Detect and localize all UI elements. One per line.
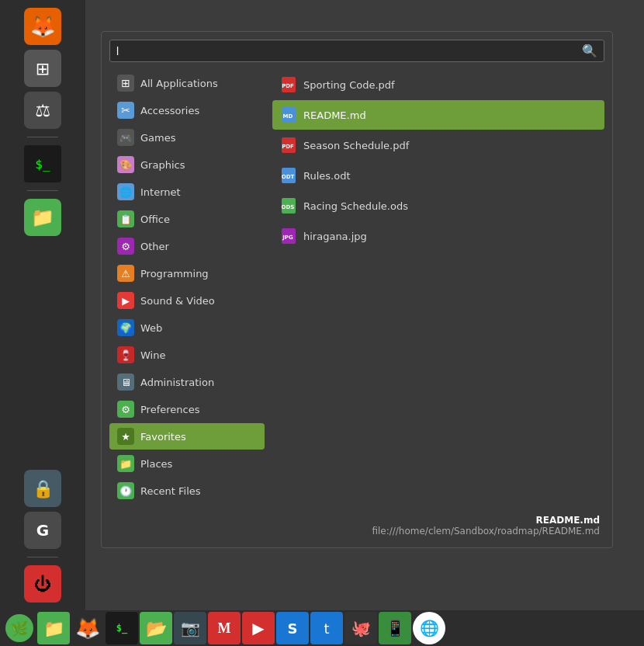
file-item-readme[interactable]: MD README.md [272, 100, 604, 130]
programming-label: Programming [140, 268, 209, 280]
menu-popup: 🔍 ⊞ All Applications ✂ Accessories 🎮 Gam… [101, 31, 613, 548]
taskbar-mint-button[interactable]: 🌿 [3, 612, 36, 644]
status-filepath: file:///home/clem/Sandbox/roadmap/README… [114, 526, 600, 537]
status-bar: README.md file:///home/clem/Sandbox/road… [109, 512, 604, 540]
web-label: Web [140, 322, 162, 334]
category-internet[interactable]: 🌐 Internet [109, 179, 265, 205]
taskbar-folder-button[interactable]: 📁 [37, 612, 70, 644]
rules-name: Rules.odt [303, 170, 351, 182]
taskbar-gmail-button[interactable]: M [208, 612, 241, 644]
taskbar-twitter-button[interactable]: t [310, 612, 343, 644]
season-schedule-name: Season Schedule.pdf [303, 140, 409, 151]
programming-icon: ⚠ [117, 265, 134, 282]
places-label: Places [140, 458, 172, 470]
taskbar-chrome-button[interactable]: 🌐 [413, 612, 445, 644]
svg-text:PDF: PDF [282, 144, 294, 150]
hiragana-name: hiragana.jpg [303, 231, 367, 242]
category-favorites[interactable]: ★ Favorites [109, 423, 265, 450]
dock-icon-files[interactable]: 📁 [24, 199, 61, 236]
dock-separator-2 [27, 190, 58, 191]
hiragana-icon: JPG [280, 227, 297, 245]
sound-video-label: Sound & Video [140, 295, 215, 307]
svg-text:PDF: PDF [282, 83, 294, 89]
category-sound-video[interactable]: ▶ Sound & Video [109, 287, 265, 314]
taskbar-youtube-button[interactable]: ▶ [242, 612, 275, 644]
dock-icon-firefox[interactable]: 🦊 [24, 8, 61, 45]
category-administration[interactable]: 🖥 Administration [109, 369, 265, 395]
wine-label: Wine [140, 349, 165, 361]
administration-icon: 🖥 [117, 373, 134, 391]
wine-icon: 🍷 [117, 346, 134, 363]
accessories-label: Accessories [140, 105, 199, 116]
category-places[interactable]: 📁 Places [109, 450, 265, 477]
file-item-rules[interactable]: ODT Rules.odt [272, 161, 604, 190]
games-label: Games [140, 132, 175, 144]
all-apps-icon: ⊞ [117, 75, 134, 92]
category-graphics[interactable]: 🎨 Graphics [109, 151, 265, 178]
internet-label: Internet [140, 186, 181, 198]
file-item-racing-schedule[interactable]: ODS Racing Schedule.ods [272, 191, 604, 221]
taskbar-filemanager-button[interactable]: 📂 [140, 612, 172, 644]
taskbar-camera-button[interactable]: 📷 [174, 612, 206, 644]
preferences-label: Preferences [140, 404, 199, 415]
category-recent-files[interactable]: 🕐 Recent Files [109, 478, 265, 504]
dock-icon-grub[interactable]: G [24, 512, 61, 549]
category-preferences[interactable]: ⚙ Preferences [109, 396, 265, 422]
graphics-label: Graphics [140, 159, 185, 171]
svg-text:ODS: ODS [282, 204, 295, 210]
dock-icon-scale[interactable]: ⚖ [24, 92, 61, 129]
taskbar-whatsapp-button[interactable]: 📱 [379, 612, 411, 644]
search-icon[interactable]: 🔍 [582, 43, 597, 58]
racing-schedule-name: Racing Schedule.ods [303, 200, 408, 212]
season-schedule-icon: PDF [280, 137, 297, 154]
category-games[interactable]: 🎮 Games [109, 124, 265, 151]
dock-icon-lock[interactable]: 🔒 [24, 470, 61, 507]
taskbar-firefox-button[interactable]: 🦊 [71, 612, 104, 644]
category-wine[interactable]: 🍷 Wine [109, 342, 265, 368]
taskbar-github-button[interactable]: 🐙 [345, 612, 377, 644]
dock-icon-power[interactable]: ⏻ [24, 565, 61, 603]
dock-separator-1 [27, 137, 58, 137]
internet-icon: 🌐 [117, 183, 134, 200]
all-apps-label: All Applications [140, 78, 218, 89]
file-item-hiragana[interactable]: JPG hiragana.jpg [272, 221, 604, 251]
category-all-apps[interactable]: ⊞ All Applications [109, 70, 265, 96]
office-icon: 📋 [117, 210, 134, 227]
dock-icon-apps[interactable]: ⊞ [24, 50, 61, 87]
graphics-icon: 🎨 [117, 156, 134, 173]
status-filename: README.md [114, 515, 600, 526]
web-icon: 🌍 [117, 319, 134, 336]
accessories-icon: ✂ [117, 102, 134, 119]
taskbar: 🌿 📁 🦊 $_ 📂 📷 M ▶ S t 🐙 📱 🌐 [0, 610, 644, 646]
menu-body: ⊞ All Applications ✂ Accessories 🎮 Games… [109, 70, 604, 504]
category-other[interactable]: ⚙ Other [109, 233, 265, 259]
file-list: PDF Sporting Code.pdf MD README.md [265, 70, 604, 504]
favorites-icon: ★ [117, 428, 134, 445]
file-item-season-schedule[interactable]: PDF Season Schedule.pdf [272, 130, 604, 160]
svg-text:ODT: ODT [282, 174, 295, 180]
file-item-sporting-code[interactable]: PDF Sporting Code.pdf [272, 70, 604, 99]
category-web[interactable]: 🌍 Web [109, 314, 265, 341]
sound-video-icon: ▶ [117, 292, 134, 309]
category-office[interactable]: 📋 Office [109, 206, 265, 232]
taskbar-skype-button[interactable]: S [276, 612, 309, 644]
sporting-code-name: Sporting Code.pdf [303, 79, 395, 91]
readme-name: README.md [303, 109, 366, 121]
sporting-code-icon: PDF [280, 76, 297, 93]
category-accessories[interactable]: ✂ Accessories [109, 97, 265, 123]
office-label: Office [140, 214, 170, 225]
rules-icon: ODT [280, 167, 297, 184]
other-label: Other [140, 241, 169, 252]
taskbar-terminal-button[interactable]: $_ [106, 612, 138, 644]
search-input[interactable] [116, 45, 582, 57]
dock: 🦊 ⊞ ⚖ $_ 📁 🔒 G ⏻ [0, 0, 85, 615]
other-icon: ⚙ [117, 238, 134, 255]
dock-icon-terminal[interactable]: $_ [24, 145, 61, 182]
svg-text:MD: MD [283, 113, 293, 120]
recent-files-label: Recent Files [140, 485, 201, 497]
readme-icon: MD [280, 106, 297, 123]
dock-separator-3 [27, 557, 58, 557]
recent-files-icon: 🕐 [117, 482, 134, 499]
preferences-icon: ⚙ [117, 401, 134, 418]
category-programming[interactable]: ⚠ Programming [109, 260, 265, 287]
